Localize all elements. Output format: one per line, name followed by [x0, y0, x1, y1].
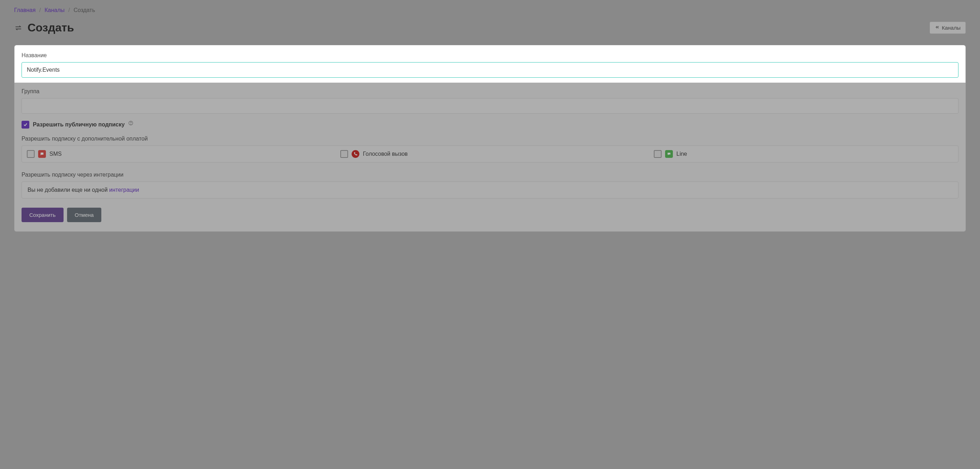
back-channels-label: Каналы	[942, 25, 961, 31]
sms-icon	[38, 150, 46, 158]
integrations-link[interactable]: интеграции	[109, 187, 139, 193]
transfer-icon	[14, 24, 22, 32]
voice-label: Голосовой вызов	[363, 151, 408, 157]
sms-label: SMS	[49, 151, 62, 157]
name-section: Название	[14, 45, 966, 83]
paid-options-box: SMS Голосовой вызов Line	[22, 145, 958, 163]
sms-checkbox[interactable]	[27, 150, 35, 158]
cancel-button[interactable]: Отмена	[67, 207, 102, 222]
public-subscription-row: Разрешить публичную подписку	[22, 121, 958, 129]
line-label: Line	[676, 151, 687, 157]
svg-point-1	[130, 124, 131, 124]
breadcrumb-sep: /	[39, 7, 41, 13]
form-card: Название Группа Разрешить публичную подп…	[14, 45, 966, 232]
form-actions: Сохранить Отмена	[22, 207, 958, 222]
breadcrumb-current: Создать	[73, 7, 95, 13]
paid-option-sms: SMS	[27, 150, 326, 158]
line-icon	[665, 150, 673, 158]
breadcrumb: Главная / Каналы / Создать	[14, 7, 966, 13]
integrations-box: Вы не добавили еще ни одной интеграции	[22, 182, 958, 198]
paid-option-voice: Голосовой вызов	[340, 150, 640, 158]
heading-left: Создать	[14, 21, 74, 34]
page-container: Главная / Каналы / Создать Создать Канал…	[0, 0, 980, 253]
paid-option-line: Line	[654, 150, 953, 158]
group-label: Группа	[22, 88, 958, 95]
heading-row: Создать Каналы	[14, 21, 966, 34]
group-input[interactable]	[22, 98, 958, 114]
integrations-label: Разрешить подписку через интеграции	[22, 172, 958, 178]
breadcrumb-home[interactable]: Главная	[14, 7, 36, 13]
paid-subscription-label: Разрешить подписку с дополнительной опла…	[22, 136, 958, 142]
breadcrumb-channels[interactable]: Каналы	[45, 7, 65, 13]
line-checkbox[interactable]	[654, 150, 662, 158]
public-subscription-label: Разрешить публичную подписку	[33, 121, 125, 128]
phone-icon	[352, 150, 360, 158]
integrations-empty-text: Вы не добавили еще ни одной	[27, 187, 109, 193]
group-section: Группа	[22, 88, 958, 114]
help-icon[interactable]	[128, 120, 134, 126]
name-label: Название	[22, 52, 958, 59]
breadcrumb-sep: /	[68, 7, 70, 13]
public-subscription-checkbox[interactable]	[22, 121, 29, 129]
back-channels-button[interactable]: Каналы	[929, 22, 966, 34]
save-button[interactable]: Сохранить	[22, 207, 64, 222]
chevron-double-left-icon	[935, 25, 940, 31]
page-title: Создать	[27, 21, 74, 34]
name-input[interactable]	[22, 62, 958, 78]
voice-checkbox[interactable]	[340, 150, 348, 158]
